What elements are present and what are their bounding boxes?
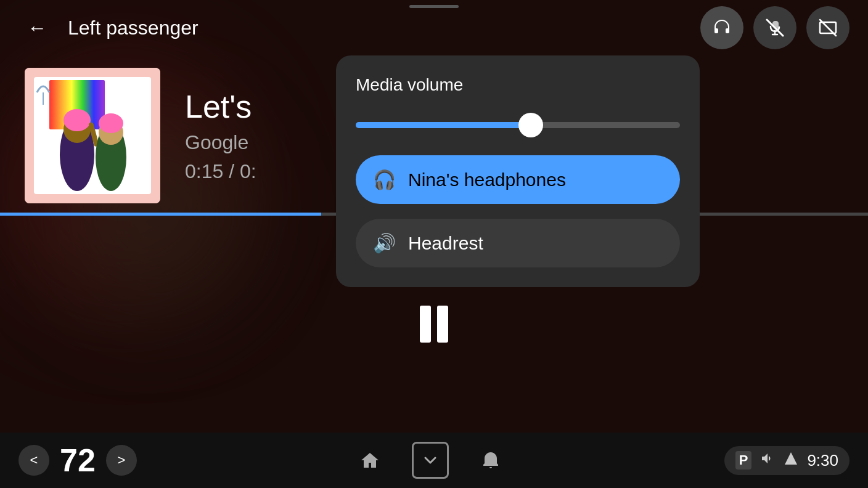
- headrest-output-icon: 🔊: [373, 232, 396, 254]
- headphones-output-option[interactable]: 🎧 Nina's headphones: [356, 155, 680, 204]
- notification-button[interactable]: [473, 443, 508, 478]
- chevron-right-icon: >: [118, 452, 126, 468]
- volume-slider[interactable]: [356, 110, 680, 140]
- pause-bar-right: [437, 306, 448, 343]
- track-info: Let's Google 0:15 / 0:: [185, 88, 256, 183]
- volume-number: 72: [59, 442, 96, 479]
- svg-marker-17: [785, 452, 797, 465]
- volume-display: < 72 >: [18, 442, 137, 479]
- volume-status-icon: [760, 451, 775, 470]
- headphones-output-icon: 🎧: [373, 169, 396, 190]
- headphones-button[interactable]: [700, 6, 743, 49]
- svg-point-15: [99, 113, 123, 133]
- track-title: Let's: [185, 88, 256, 125]
- pause-bar-left: [420, 306, 431, 343]
- top-right-icons: [700, 6, 850, 49]
- status-bar: P 9:30: [724, 446, 850, 475]
- chevron-left-icon: <: [30, 452, 38, 468]
- mic-off-button[interactable]: [753, 6, 796, 49]
- clock: 9:30: [807, 451, 838, 470]
- p-badge: P: [735, 451, 752, 470]
- page-title: Left passenger: [68, 17, 199, 39]
- slider-thumb[interactable]: [518, 113, 543, 137]
- volume-up-button[interactable]: >: [106, 445, 137, 476]
- headphones-output-label: Nina's headphones: [408, 169, 566, 190]
- track-artist: Google: [185, 131, 256, 154]
- pause-button[interactable]: [420, 306, 448, 343]
- album-art: [25, 68, 160, 203]
- track-time: 0:15 / 0:: [185, 160, 256, 183]
- top-bar: ← Left passenger: [0, 0, 868, 55]
- progress-bar-fill: [0, 213, 321, 216]
- back-button[interactable]: ←: [18, 9, 55, 46]
- volume-popup: Media volume 🎧 Nina's headphones 🔊 Headr…: [336, 55, 700, 287]
- chevron-down-icon: [422, 452, 439, 469]
- bottom-center-icons: [353, 442, 508, 479]
- bottom-bar: < 72 > P: [0, 433, 868, 488]
- headrest-output-label: Headrest: [408, 233, 483, 254]
- back-arrow-icon: ←: [27, 17, 47, 39]
- svg-point-11: [63, 109, 91, 131]
- headphones-icon: [711, 17, 732, 38]
- volume-down-button[interactable]: <: [18, 445, 49, 476]
- bell-icon: [480, 450, 501, 471]
- headrest-output-option[interactable]: 🔊 Headrest: [356, 219, 680, 267]
- home-button[interactable]: [353, 443, 387, 478]
- minimize-button[interactable]: [412, 442, 449, 479]
- home-icon: [359, 449, 381, 471]
- slider-track: [356, 122, 680, 128]
- signal-icon: [784, 451, 798, 470]
- slider-fill: [356, 122, 531, 128]
- popup-title: Media volume: [356, 75, 680, 95]
- screen-off-button[interactable]: [806, 6, 850, 49]
- screen-off-icon: [817, 17, 838, 38]
- mic-off-icon: [764, 17, 785, 38]
